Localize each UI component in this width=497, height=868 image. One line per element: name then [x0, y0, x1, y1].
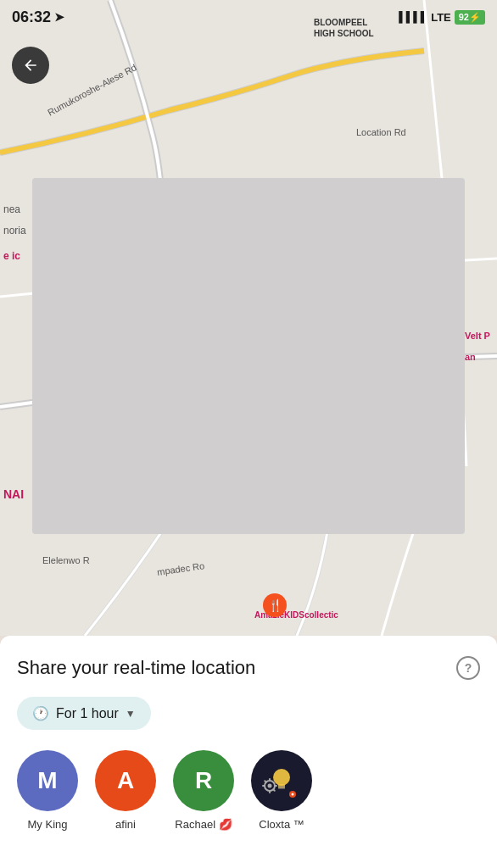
map-label-elelenwo: Elelenwo R: [42, 555, 90, 565]
cloxta-logo-icon: [260, 759, 304, 803]
duration-label: For 1 hour: [56, 706, 119, 721]
help-button[interactable]: ?: [456, 656, 480, 680]
food-marker: 🍴: [263, 593, 287, 617]
navigation-arrow-icon: ➤: [54, 10, 64, 24]
avatar-afini: A: [95, 750, 156, 811]
time-display: 06:32: [12, 8, 51, 26]
status-time: 06:32 ➤: [12, 8, 64, 26]
contacts-row: M My King A afini R Rachael 💋: [17, 750, 480, 831]
svg-line-11: [273, 789, 274, 790]
status-right: ▌▌▌▌ LTE 92⚡: [399, 10, 485, 25]
status-bar: 06:32 ➤ ▌▌▌▌ LTE 92⚡: [0, 0, 497, 34]
contact-name-afini: afini: [115, 818, 136, 831]
duration-button[interactable]: 🕐 For 1 hour ▼: [17, 697, 151, 730]
contact-name-cloxta: Cloxta ™: [259, 818, 304, 831]
map-label-ic: e ic: [3, 250, 20, 262]
svg-point-13: [292, 793, 294, 796]
help-icon-label: ?: [465, 661, 472, 675]
battery-indicator: 92⚡: [455, 10, 485, 25]
svg-point-5: [268, 784, 272, 788]
map-label-velt: Velt P: [465, 331, 490, 341]
svg-point-0: [273, 769, 290, 786]
contact-my-king[interactable]: M My King: [17, 750, 78, 831]
svg-line-10: [265, 781, 265, 782]
panel-header: Share your real-time location ?: [17, 656, 480, 680]
map-label-location-rd: Location Rd: [356, 127, 406, 137]
back-button[interactable]: [12, 47, 49, 84]
map-overlay-card: [32, 178, 465, 534]
map-label-nai: NAI: [3, 487, 24, 501]
back-arrow-icon: [22, 57, 39, 74]
contact-afini[interactable]: A afini: [95, 750, 156, 831]
signal-bars-icon: ▌▌▌▌: [399, 11, 427, 23]
battery-percent: 92: [459, 12, 469, 22]
bottom-panel: Share your real-time location ? 🕐 For 1 …: [0, 636, 497, 868]
map-label-an: an: [465, 352, 476, 362]
clock-icon: 🕐: [32, 705, 49, 721]
contact-name-my-king: My King: [28, 818, 68, 831]
avatar-rachael: R: [173, 750, 234, 811]
network-type: LTE: [431, 11, 451, 24]
contact-rachael[interactable]: R Rachael 💋: [173, 750, 234, 831]
avatar-cloxta: [251, 750, 312, 811]
contact-cloxta[interactable]: Cloxta ™: [251, 750, 312, 831]
panel-title: Share your real-time location: [17, 657, 255, 679]
contact-name-rachael: Rachael 💋: [175, 818, 232, 831]
map-label-nea: nea: [3, 203, 20, 215]
dropdown-arrow-icon: ▼: [126, 708, 136, 720]
avatar-my-king: M: [17, 750, 78, 811]
map-view: BLOOMPEELHIGH SCHOOL Rumukoroshe-Alese R…: [0, 0, 497, 636]
map-label-noria: noria: [3, 225, 26, 236]
